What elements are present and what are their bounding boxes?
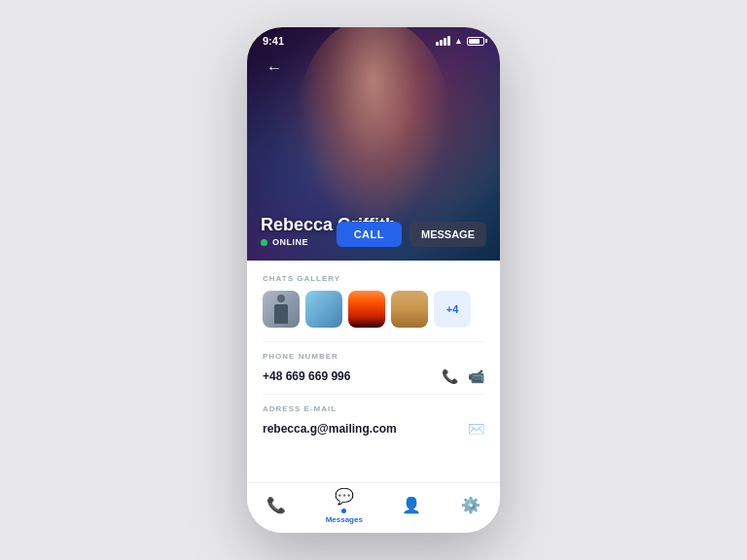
status-time: 9:41 — [263, 35, 284, 47]
hero-section: 9:41 ▲ ← Rebecca Griffith — [247, 27, 500, 261]
back-arrow-icon: ← — [267, 59, 282, 77]
phone-number: +48 669 669 996 — [263, 369, 350, 383]
action-buttons: CALL MESSAGE — [337, 222, 486, 247]
nav-settings-icon: ⚙️ — [461, 496, 480, 514]
call-button[interactable]: CALL — [337, 222, 402, 247]
status-icons: ▲ — [436, 36, 484, 46]
message-button[interactable]: MESSAGE — [409, 222, 486, 247]
gallery-thumb-1[interactable] — [263, 291, 300, 328]
bottom-nav: 📞 💬 Messages 👤 ⚙️ — [247, 482, 500, 533]
email-icon[interactable]: ✉️ — [468, 421, 484, 437]
email-section: ADRESS E-MAIL rebecca.g@mailing.com ✉️ — [263, 404, 484, 437]
nav-messages-label: Messages — [326, 515, 363, 524]
nav-item-phone[interactable]: 📞 — [267, 496, 286, 514]
gallery-row: +4 — [263, 291, 484, 328]
nav-active-dot — [341, 508, 346, 513]
nav-contacts-icon: 👤 — [402, 496, 421, 514]
status-bar: 9:41 ▲ — [247, 27, 500, 51]
email-section-label: ADRESS E-MAIL — [263, 404, 484, 413]
gallery-thumb-3[interactable] — [348, 291, 385, 328]
nav-item-messages[interactable]: 💬 Messages — [326, 487, 363, 524]
back-button[interactable]: ← — [261, 54, 288, 82]
gallery-label: CHATS GALLERY — [263, 274, 484, 283]
gallery-section: CHATS GALLERY +4 — [263, 274, 484, 328]
gallery-thumb-4[interactable] — [391, 291, 428, 328]
online-dot — [261, 239, 267, 246]
battery-icon — [467, 37, 484, 46]
online-text: ONLINE — [272, 237, 308, 247]
content-section: CHATS GALLERY +4 PHONE NUMBER +48 669 66… — [247, 261, 500, 482]
nav-messages-icon: 💬 — [335, 487, 354, 506]
phone-call-icon[interactable]: 📞 — [442, 368, 458, 384]
phone-frame: 9:41 ▲ ← Rebecca Griffith — [247, 27, 500, 533]
phone-action-icons: 📞 📹 — [442, 368, 484, 384]
nav-phone-icon: 📞 — [267, 496, 286, 514]
email-value: rebecca.g@mailing.com — [263, 422, 397, 436]
gallery-thumb-2[interactable] — [305, 291, 342, 328]
signal-bars-icon — [436, 36, 450, 46]
video-call-icon[interactable]: 📹 — [468, 368, 484, 384]
email-action-icons: ✉️ — [468, 421, 484, 437]
wifi-icon: ▲ — [454, 36, 463, 46]
gallery-more-button[interactable]: +4 — [434, 291, 471, 328]
phone-section-label: PHONE NUMBER — [263, 352, 484, 361]
phone-section: PHONE NUMBER +48 669 669 996 📞 📹 — [263, 352, 484, 384]
nav-item-contacts[interactable]: 👤 — [402, 496, 421, 514]
nav-item-settings[interactable]: ⚙️ — [461, 496, 480, 514]
